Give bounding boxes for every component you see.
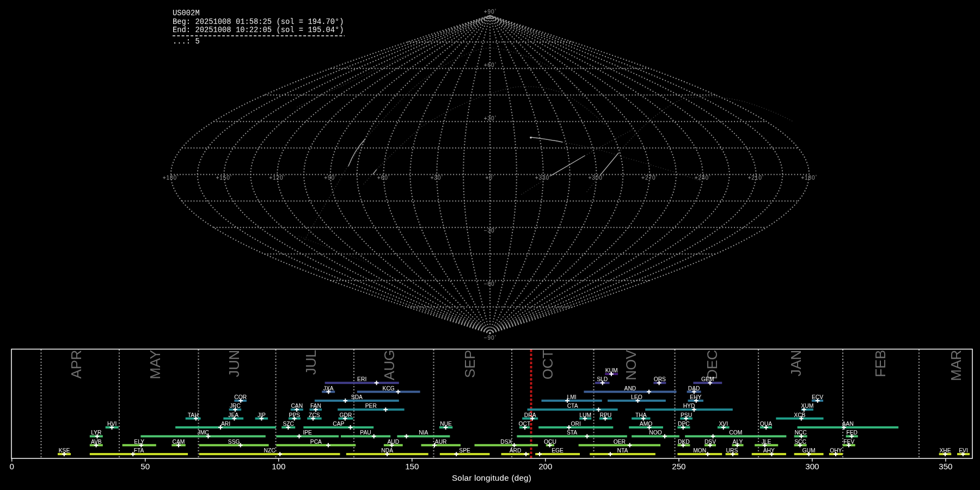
svg-text:End: 20251008 10:22:05 (sol =: End: 20251008 10:22:05 (sol = 195.04°) bbox=[173, 26, 344, 34]
svg-text:AND: AND bbox=[624, 385, 636, 391]
svg-text:SDA: SDA bbox=[351, 394, 363, 400]
svg-text:FTA: FTA bbox=[134, 448, 144, 454]
svg-text:DKD: DKD bbox=[678, 439, 690, 445]
svg-text:HYD: HYD bbox=[683, 403, 695, 409]
svg-text:MAY: MAY bbox=[148, 350, 163, 379]
svg-text:NIA: NIA bbox=[419, 430, 428, 436]
svg-text:+120°: +120° bbox=[269, 175, 285, 181]
svg-text:+150°: +150° bbox=[216, 175, 232, 181]
svg-text:JLE: JLE bbox=[762, 439, 771, 445]
svg-text:LEO: LEO bbox=[631, 394, 642, 400]
svg-text:SPE: SPE bbox=[459, 448, 470, 454]
svg-text:COM: COM bbox=[729, 430, 742, 436]
svg-text:NOV: NOV bbox=[623, 350, 639, 381]
svg-text:ZCS: ZCS bbox=[309, 412, 320, 418]
svg-text:CTA: CTA bbox=[567, 403, 578, 409]
svg-text:IPE: IPE bbox=[303, 430, 312, 436]
svg-text:JAN: JAN bbox=[788, 350, 804, 377]
svg-text:FEB: FEB bbox=[873, 350, 888, 377]
svg-text:JUN: JUN bbox=[226, 350, 242, 377]
svg-text:Beg: 20251008 01:58:25 (sol =: Beg: 20251008 01:58:25 (sol = 194.70°) bbox=[173, 18, 344, 26]
svg-text:XUM: XUM bbox=[801, 403, 813, 409]
svg-text:...: 5: ...: 5 bbox=[173, 38, 200, 46]
svg-text:AHY: AHY bbox=[763, 448, 775, 454]
svg-text:MAR: MAR bbox=[948, 350, 964, 381]
svg-text:CAP: CAP bbox=[333, 421, 344, 427]
svg-text:JUL: JUL bbox=[303, 350, 318, 375]
svg-text:ARD: ARD bbox=[510, 448, 522, 454]
svg-text:PCA: PCA bbox=[310, 439, 322, 445]
svg-text:SEP: SEP bbox=[462, 350, 477, 378]
svg-text:JMC: JMC bbox=[198, 430, 210, 436]
svg-text:ORS: ORS bbox=[654, 376, 666, 382]
svg-text:NTA: NTA bbox=[617, 448, 628, 454]
svg-text:350: 350 bbox=[939, 462, 952, 471]
svg-text:+330°: +330° bbox=[535, 175, 552, 181]
svg-text:TAH: TAH bbox=[188, 412, 199, 418]
svg-text:URS: URS bbox=[726, 448, 738, 454]
svg-text:Solar longitude (deg): Solar longitude (deg) bbox=[452, 473, 531, 482]
svg-text:+180°: +180° bbox=[163, 175, 179, 181]
svg-text:MON: MON bbox=[693, 448, 706, 454]
svg-text:SSG: SSG bbox=[228, 439, 240, 445]
svg-text:250: 250 bbox=[672, 462, 685, 471]
svg-text:50: 50 bbox=[140, 462, 150, 471]
svg-text:APR: APR bbox=[69, 350, 84, 379]
svg-text:ORI: ORI bbox=[571, 421, 581, 427]
svg-text:+270°: +270° bbox=[641, 175, 658, 181]
svg-text:EGE: EGE bbox=[552, 448, 564, 454]
svg-text:XCB: XCB bbox=[794, 412, 805, 418]
svg-text:AUG: AUG bbox=[382, 350, 397, 381]
svg-text:NOO: NOO bbox=[649, 430, 661, 436]
svg-text:300: 300 bbox=[805, 462, 819, 471]
svg-text:DRA: DRA bbox=[524, 412, 536, 418]
svg-text:US002M: US002M bbox=[173, 9, 200, 17]
svg-text:AUR: AUR bbox=[435, 439, 447, 445]
svg-text:AMO: AMO bbox=[640, 421, 652, 427]
svg-text:OER: OER bbox=[614, 439, 626, 445]
svg-text:100: 100 bbox=[272, 462, 285, 471]
svg-text:OCT: OCT bbox=[540, 350, 555, 379]
svg-text:JEA: JEA bbox=[228, 412, 238, 418]
svg-text:LMI: LMI bbox=[567, 394, 577, 400]
svg-text:ELY: ELY bbox=[134, 439, 144, 445]
svg-text:PER: PER bbox=[365, 403, 377, 409]
svg-text:GDR: GDR bbox=[340, 412, 352, 418]
svg-text:LYR: LYR bbox=[91, 430, 101, 436]
svg-text:+240°: +240° bbox=[695, 175, 711, 181]
svg-text:NZC: NZC bbox=[264, 448, 276, 454]
svg-text:THA: THA bbox=[635, 412, 647, 418]
svg-text:DEC: DEC bbox=[705, 350, 720, 379]
svg-text:STA: STA bbox=[567, 430, 577, 436]
svg-text:150: 150 bbox=[405, 462, 419, 471]
svg-text:ERI: ERI bbox=[357, 376, 366, 382]
svg-text:KCG: KCG bbox=[383, 385, 395, 391]
svg-text:ARI: ARI bbox=[221, 421, 230, 427]
svg-text:PAU: PAU bbox=[360, 430, 371, 436]
svg-text:GEM: GEM bbox=[701, 376, 714, 382]
svg-text:0: 0 bbox=[9, 462, 14, 471]
svg-text:+300°: +300° bbox=[588, 175, 604, 181]
svg-text:200: 200 bbox=[538, 462, 552, 471]
svg-text:DSX: DSX bbox=[500, 439, 512, 445]
svg-text:DPC: DPC bbox=[678, 421, 690, 427]
svg-text:AUD: AUD bbox=[387, 439, 399, 445]
svg-text:+180°: +180° bbox=[801, 175, 817, 181]
svg-text:+210°: +210° bbox=[748, 175, 764, 181]
